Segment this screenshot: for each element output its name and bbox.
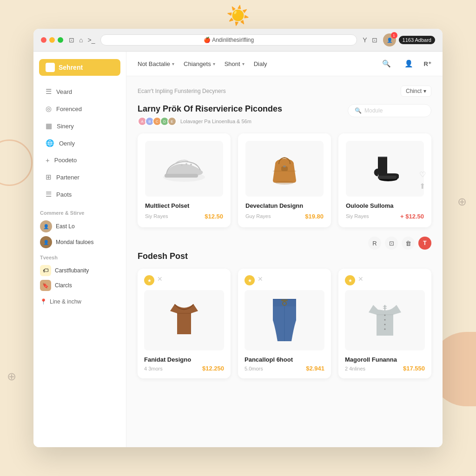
- sidebar-item-forenced[interactable]: ◎ Forenced: [37, 100, 122, 117]
- nav-item-dialy[interactable]: Dialy: [254, 60, 267, 67]
- shirt-svg: [165, 299, 203, 341]
- nav-item-shont[interactable]: Shont ▾: [225, 60, 245, 67]
- oenly-icon: 🌐: [46, 139, 54, 147]
- sidebar-item-partener[interactable]: ⊞ Partener: [37, 169, 122, 185]
- sidebar-item-label: Veard: [56, 88, 72, 95]
- product-card-1: Multliect Polset Siy Rayes $12.50: [138, 133, 231, 227]
- sidebar-item-veard[interactable]: ☰ Veard: [37, 83, 122, 100]
- home-icon[interactable]: ⌂: [79, 36, 83, 44]
- fc-close-icon[interactable]: ✕: [157, 275, 163, 285]
- tab-icon[interactable]: ⊡: [69, 36, 74, 44]
- tveesh-section-title: Tveesh: [40, 255, 119, 260]
- section-meta: A B C D E Lolavager Pa Linoenllua & 56m: [138, 117, 282, 126]
- sidebar-item-label: Partener: [56, 174, 79, 181]
- fashion-card-1-header: ★ ✕: [144, 275, 224, 285]
- notification-avatar[interactable]: 1 👤: [383, 33, 396, 46]
- products-search-box[interactable]: 🔍 Module: [348, 104, 431, 117]
- fc-badge-active[interactable]: ★: [144, 275, 154, 285]
- browser-chrome: ⊡ ⌂ >_ 🍎 Andinlithesirlfling Y ⊡ 1 👤 116…: [33, 29, 443, 52]
- nav-item-not-bactalie[interactable]: Not Bactalie ▾: [138, 60, 174, 67]
- meta-avatar-5: E: [167, 117, 177, 126]
- sidebar-item-sinery[interactable]: ▦ Sinery: [37, 118, 122, 134]
- sidebar-user-mondal[interactable]: 👤 Mondal fauloes: [40, 236, 119, 248]
- chevron-down-icon: ▾: [423, 88, 426, 94]
- clarcls-icon: 🔖: [40, 280, 51, 291]
- minimize-button[interactable]: [49, 37, 55, 43]
- product-price-2: $19.80: [305, 213, 324, 220]
- product-image-shoe: [145, 141, 223, 197]
- search-button[interactable]: 🔍: [379, 56, 394, 71]
- fashion-section-title: Fodesh Post: [138, 251, 188, 261]
- terminal-icon[interactable]: >_: [87, 36, 95, 44]
- fashion-price-3: $17.550: [403, 365, 425, 372]
- action-delete-button[interactable]: 🗑: [402, 237, 415, 250]
- svg-rect-4: [165, 174, 198, 178]
- product-footer-1: Siy Rayes $12.50: [145, 212, 223, 220]
- browser-nav-icons: ⊡ ⌂ >_: [69, 36, 95, 44]
- partener-icon: ⊞: [46, 173, 52, 181]
- product-footer-3: Siy Rayes + $12.50: [346, 212, 424, 220]
- nav-item-chiangets[interactable]: Chiangets ▾: [184, 60, 215, 67]
- share-icon[interactable]: Y: [363, 36, 367, 44]
- action-copy-button[interactable]: ⊡: [385, 237, 398, 250]
- chevron-down-icon: ▾: [213, 61, 215, 66]
- sidebar-brand[interactable]: 🏷 Sehrent: [39, 59, 120, 76]
- svg-point-3: [190, 164, 192, 165]
- forenced-icon: ◎: [46, 105, 52, 113]
- share-icon[interactable]: ⬆: [419, 182, 426, 191]
- fashion-sub-2: 5.0mors: [245, 366, 263, 371]
- product-price-3: + $12.50: [400, 213, 424, 220]
- svg-rect-13: [281, 299, 288, 301]
- commerce-section-title: Commere & Stirve: [40, 210, 119, 216]
- user-button[interactable]: 👤: [402, 56, 416, 71]
- close-button[interactable]: [41, 37, 46, 43]
- fc-close-icon-3[interactable]: ✕: [358, 275, 364, 285]
- chevron-down-icon: ▾: [242, 61, 245, 66]
- maximize-button[interactable]: [58, 37, 63, 43]
- sidebar-user-east-lo[interactable]: 👤 East Lo: [40, 220, 119, 232]
- fc-close-icon-2[interactable]: ✕: [258, 275, 263, 285]
- address-bar[interactable]: 🍎 Andinlithesirlfling: [100, 34, 357, 46]
- product-card-2: Deveclatun Designn Guy Rayes $19.80: [238, 133, 331, 227]
- user-avatar-mondal: 👤: [40, 236, 52, 248]
- heart-icon[interactable]: ♡: [419, 170, 426, 179]
- fc-badge-active-2[interactable]: ★: [245, 275, 255, 285]
- svg-point-17: [384, 324, 386, 325]
- tveesh-item-clarcls[interactable]: 🔖 Clarcls: [40, 280, 119, 291]
- sidebar-nav: ☰ Veard ◎ Forenced ▦ Sinery 🌐 Oenly +: [33, 83, 126, 203]
- action-t-button[interactable]: T: [418, 237, 431, 250]
- wish-icons: ♡ ⬆: [419, 170, 426, 191]
- tveesh-section: Tveesh 🏷 Carstflubanity 🔖 Clarcls: [33, 255, 126, 291]
- action-r-button[interactable]: R: [368, 237, 381, 250]
- sidebar-item-paots[interactable]: ☰ Paots: [37, 186, 122, 203]
- traffic-lights: [41, 37, 63, 43]
- product-name-2: Deveclatun Designn: [245, 202, 324, 209]
- main-content: Ecarr't Inpliing Funstering Decyners Chi…: [126, 76, 443, 447]
- sidebar-item-oenly[interactable]: 🌐 Oenly: [37, 135, 122, 152]
- commerce-section: Commere & Stirve 👤 East Lo 👤 Mondal faul…: [33, 210, 126, 248]
- browser-actions: Y ⊡: [363, 36, 377, 44]
- tveesh-item-carstflubanity[interactable]: 🏷 Carstflubanity: [40, 265, 119, 276]
- meta-avatars: A B C D E: [138, 117, 177, 126]
- r-plus-button[interactable]: R⁺: [424, 60, 431, 67]
- fashion-card-3: ★ ✕: [338, 269, 431, 378]
- user-name-mondal: Mondal fauloes: [56, 239, 93, 245]
- sidebar-location: 📍 Line & inchw: [33, 295, 126, 309]
- main-layout: 🏷 Sehrent ☰ Veard ◎ Forenced ▦ Sinery: [33, 52, 443, 447]
- product-footer-2: Guy Rayes $19.80: [245, 212, 324, 220]
- chart-button[interactable]: Chinct ▾: [401, 86, 431, 97]
- svg-point-16: [384, 319, 386, 321]
- shoe-svg: [161, 154, 207, 184]
- new-tab-icon[interactable]: ⊡: [372, 36, 377, 44]
- clarcls-label: Clarcls: [55, 282, 72, 289]
- sidebar-item-poodeto[interactable]: + Poodeto: [37, 152, 122, 168]
- jeans-svg: [268, 297, 301, 344]
- user-name-east-lo: East Lo: [56, 223, 75, 230]
- chart-label: Chinct: [406, 88, 422, 94]
- fashion-name-2: Pancallopl 6hoot: [245, 356, 324, 363]
- fashion-name-3: Magoroll Funanna: [345, 356, 425, 363]
- user-name-badge[interactable]: 1163 Adbard: [399, 36, 435, 44]
- user-avatars: 1 👤 1163 Adbard: [383, 33, 435, 46]
- fashion-image-shirt: [144, 290, 224, 350]
- fc-badge-active-3[interactable]: ★: [345, 275, 355, 285]
